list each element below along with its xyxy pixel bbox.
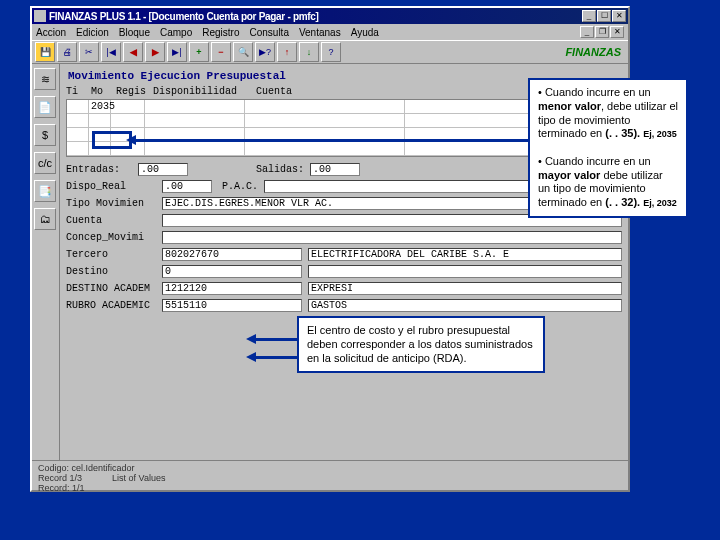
insert-icon[interactable]: + [189,42,209,62]
dispo-real-field[interactable]: .00 [162,180,212,193]
salidas-field[interactable]: .00 [310,163,360,176]
concep-label: Concep_Movimi [66,232,156,243]
sidebar-btn-1[interactable]: ≋ [34,68,56,90]
titlebar: FINANZAS PLUS 1.1 - [Documento Cuenta po… [32,8,628,24]
status-lov: List of Values [112,473,165,483]
cell-mo[interactable]: 2035 [89,100,111,113]
destino-academ-field[interactable]: 1212120 [162,282,302,295]
up-icon[interactable]: ↑ [277,42,297,62]
status-line-1: Codigo: cel.Identificador [38,463,622,473]
tercero-label: Tercero [66,249,156,260]
arrow-to-rubro [252,356,297,359]
next-icon[interactable]: ▶ [145,42,165,62]
menu-edicion[interactable]: Edicion [76,27,109,38]
cell-disp[interactable] [145,100,245,113]
last-icon[interactable]: ▶| [167,42,187,62]
brand-logo: FINANZAS [565,46,621,58]
hdr-disponibilidad: Disponibilidad [153,86,253,97]
save-icon[interactable]: 💾 [35,42,55,62]
hdr-cuenta: Cuenta [256,86,416,97]
menu-accion[interactable]: Accion [36,27,66,38]
callout-centro-costo-text: El centro de costo y el rubro presupuest… [307,324,533,364]
prev-icon[interactable]: ◀ [123,42,143,62]
status-record: Record 1/3 [38,473,82,483]
sidebar-btn-5[interactable]: 📑 [34,180,56,202]
hdr-regis: Regis [116,86,150,97]
arrow-to-2035 [132,139,528,142]
sidebar: ≋ 📄 $ c/c 📑 🗂 [32,64,60,460]
cell-cuenta[interactable] [245,100,405,113]
delete-icon[interactable]: − [211,42,231,62]
salidas-label: Salidas: [256,164,306,175]
menu-ayuda[interactable]: Ayuda [351,27,379,38]
destino-desc-field[interactable] [308,265,622,278]
entradas-field[interactable]: .00 [138,163,188,176]
rubro-desc-field[interactable]: GASTOS [308,299,622,312]
destino-academ-label: DESTINO ACADEM [66,283,156,294]
callout-tipo-movimiento: • Cuando incurre en un menor valor, debe… [528,78,688,218]
arrow-to-destino [252,338,297,341]
tipo-mov-label: Tipo Movimien [66,198,156,209]
menu-ventanas[interactable]: Ventanas [299,27,341,38]
toolbar: 💾 🖨 ✂ |◀ ◀ ▶ ▶| + − 🔍 ▶? ↑ ↓ ? FINANZAS [32,40,628,64]
tercero-desc-field[interactable]: ELECTRIFICADORA DEL CARIBE S.A. E [308,248,622,261]
maximize-button[interactable]: ☐ [597,10,611,22]
status-bar: Codigo: cel.Identificador Record 1/3 Lis… [32,460,628,490]
entradas-label: Entradas: [66,164,134,175]
window-title: FINANZAS PLUS 1.1 - [Documento Cuenta po… [49,11,582,22]
dispo-real-label: Dispo_Real [66,181,156,192]
tercero-field[interactable]: 802027670 [162,248,302,261]
cell-regis[interactable] [111,100,145,113]
sidebar-btn-3[interactable]: $ [34,124,56,146]
menu-bloque[interactable]: Bloque [119,27,150,38]
down-icon[interactable]: ↓ [299,42,319,62]
exec-query-icon[interactable]: ▶? [255,42,275,62]
destino-label: Destino [66,266,156,277]
sidebar-btn-6[interactable]: 🗂 [34,208,56,230]
rubro-field[interactable]: 5515110 [162,299,302,312]
rubro-label: RUBRO ACADEMIC [66,300,156,311]
help-icon[interactable]: ? [321,42,341,62]
first-icon[interactable]: |◀ [101,42,121,62]
sidebar-btn-4[interactable]: c/c [34,152,56,174]
destino-field[interactable]: 0 [162,265,302,278]
menu-registro[interactable]: Registro [202,27,239,38]
search-icon[interactable]: 🔍 [233,42,253,62]
status-record-2: Record: 1/1 [38,483,622,493]
arrow-head-icon [126,135,136,145]
hdr-mo: Mo [91,86,113,97]
cut-icon[interactable]: ✂ [79,42,99,62]
print-icon[interactable]: 🖨 [57,42,77,62]
close-button[interactable]: ✕ [612,10,626,22]
sidebar-btn-2[interactable]: 📄 [34,96,56,118]
mdi-close-button[interactable]: ✕ [610,26,624,38]
menu-campo[interactable]: Campo [160,27,192,38]
menu-consulta[interactable]: Consulta [249,27,288,38]
arrow-head-icon [246,334,256,344]
hdr-ti: Ti [66,86,88,97]
mdi-minimize-button[interactable]: _ [580,26,594,38]
callout-centro-costo: El centro de costo y el rubro presupuest… [297,316,545,373]
mdi-restore-button[interactable]: ❐ [595,26,609,38]
arrow-head-icon [246,352,256,362]
minimize-button[interactable]: _ [582,10,596,22]
menubar: Accion Edicion Bloque Campo Registro Con… [32,24,628,40]
destino-academ-desc-field[interactable]: EXPRESI [308,282,622,295]
cuenta-label: Cuenta [66,215,156,226]
app-icon [34,10,46,22]
cell-ti[interactable] [67,100,89,113]
pac-label: P.A.C. [218,181,258,192]
concep-field[interactable] [162,231,622,244]
